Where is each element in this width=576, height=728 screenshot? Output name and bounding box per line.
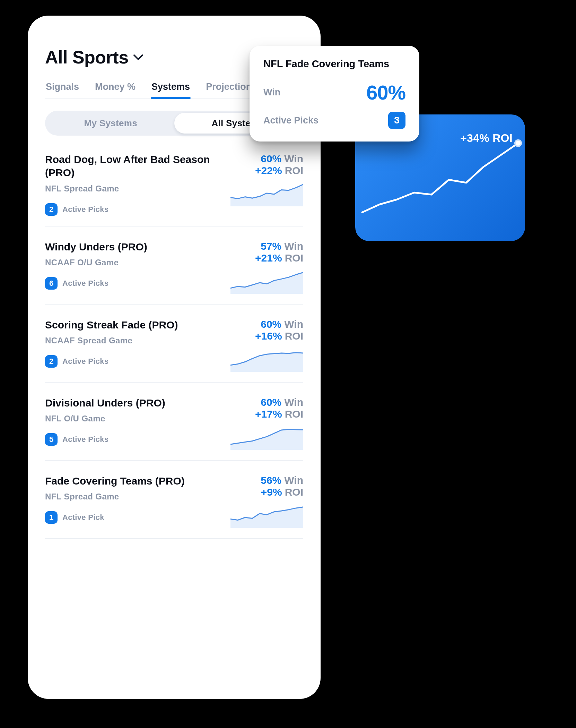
roi-value: +22%	[255, 165, 282, 177]
roi-label: ROI	[285, 486, 303, 498]
roi-label: ROI	[285, 330, 303, 342]
active-picks-badge: 2	[45, 203, 58, 216]
sparkline	[230, 348, 303, 372]
active-picks-badge: 5	[45, 433, 58, 446]
popover-win-value: 60%	[366, 81, 405, 104]
win-label: Win	[284, 153, 303, 165]
system-name: Fade Covering Teams (PRO)	[45, 474, 217, 488]
active-picks-label: Active Picks	[62, 435, 108, 444]
sparkline	[230, 504, 303, 528]
svg-point-0	[515, 140, 521, 146]
page-title: All Sports	[45, 47, 129, 68]
system-row[interactable]: Scoring Streak Fade (PRO) NCAAF Spread G…	[45, 305, 303, 383]
systems-list: Road Dog, Low After Bad Season (PRO) NFL…	[45, 139, 303, 539]
active-picks-label: Active Pick	[62, 513, 104, 522]
roi-value: +9%	[261, 486, 282, 498]
popover-win-label: Win	[263, 87, 280, 98]
system-subtitle: NFL Spread Game	[45, 184, 217, 194]
win-label: Win	[284, 396, 303, 408]
stage: +34% ROI All Sports SignalsMoney %System…	[0, 0, 576, 728]
system-row[interactable]: Divisional Unders (PRO) NFL O/U Game 5 A…	[45, 383, 303, 461]
active-picks-label: Active Picks	[62, 357, 108, 366]
popover-picks-badge: 3	[388, 112, 405, 129]
sparkline	[230, 269, 303, 294]
win-label: Win	[284, 474, 303, 486]
system-row[interactable]: Road Dog, Low After Bad Season (PRO) NFL…	[45, 139, 303, 226]
roi-value: +21%	[255, 252, 282, 264]
system-name: Divisional Unders (PRO)	[45, 396, 217, 410]
active-picks-label: Active Picks	[62, 205, 108, 214]
win-value: 60%	[261, 153, 281, 165]
roi-value: +17%	[255, 408, 282, 420]
active-picks-label: Active Picks	[62, 279, 108, 288]
roi-label: ROI	[285, 252, 303, 264]
system-name: Windy Unders (PRO)	[45, 240, 217, 254]
system-subtitle: NCAAF O/U Game	[45, 258, 217, 267]
tab-systems[interactable]: Systems	[151, 79, 191, 99]
tab-money[interactable]: Money %	[94, 79, 136, 99]
win-label: Win	[284, 318, 303, 330]
roi-label: ROI	[285, 408, 303, 420]
system-subtitle: NCAAF Spread Game	[45, 336, 217, 345]
tab-signals[interactable]: Signals	[45, 79, 80, 99]
win-label: Win	[284, 240, 303, 252]
win-value: 60%	[261, 318, 281, 330]
sparkline	[230, 182, 303, 206]
chevron-down-icon	[133, 54, 143, 60]
system-popover[interactable]: NFL Fade Covering Teams Win 60% Active P…	[250, 46, 419, 142]
popover-title: NFL Fade Covering Teams	[263, 58, 405, 70]
system-name: Road Dog, Low After Bad Season (PRO)	[45, 153, 217, 180]
segmented-option-my-systems[interactable]: My Systems	[47, 113, 174, 134]
roi-value: +16%	[255, 330, 282, 342]
sparkline	[230, 426, 303, 450]
system-subtitle: NFL Spread Game	[45, 492, 217, 502]
system-row[interactable]: Fade Covering Teams (PRO) NFL Spread Gam…	[45, 461, 303, 539]
popover-picks-label: Active Picks	[263, 115, 318, 126]
win-value: 56%	[261, 474, 281, 486]
win-value: 57%	[261, 240, 281, 252]
system-row[interactable]: Windy Unders (PRO) NCAAF O/U Game 6 Acti…	[45, 226, 303, 305]
roi-label: ROI	[285, 165, 303, 177]
win-value: 60%	[261, 396, 281, 408]
active-picks-badge: 1	[45, 511, 58, 524]
active-picks-badge: 6	[45, 277, 58, 290]
system-name: Scoring Streak Fade (PRO)	[45, 318, 217, 332]
active-picks-badge: 2	[45, 355, 58, 368]
system-subtitle: NFL O/U Game	[45, 414, 217, 423]
